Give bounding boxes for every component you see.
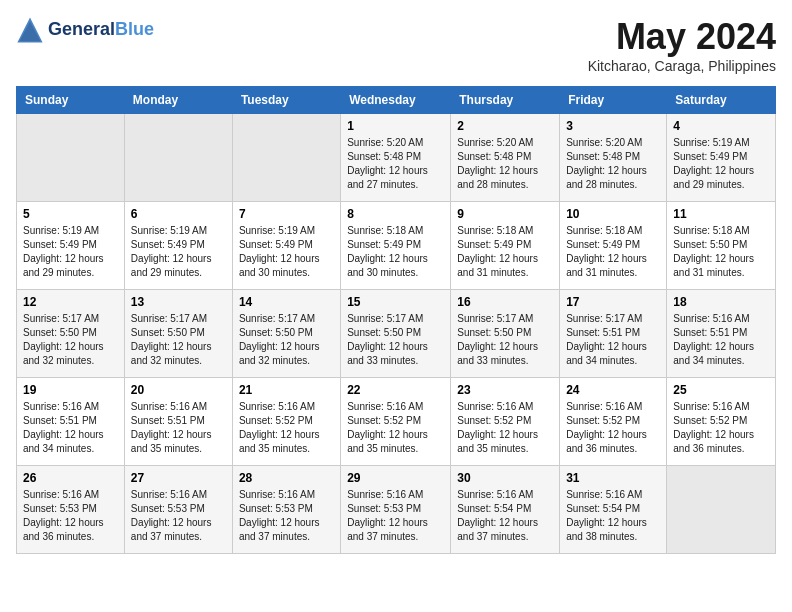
day-number: 7	[239, 207, 334, 221]
calendar-cell: 7Sunrise: 5:19 AM Sunset: 5:49 PM Daylig…	[232, 202, 340, 290]
logo-text-blue: Blue	[115, 20, 154, 40]
calendar-cell: 17Sunrise: 5:17 AM Sunset: 5:51 PM Dayli…	[560, 290, 667, 378]
day-number: 21	[239, 383, 334, 397]
calendar-cell: 30Sunrise: 5:16 AM Sunset: 5:54 PM Dayli…	[451, 466, 560, 554]
day-number: 5	[23, 207, 118, 221]
calendar-cell: 28Sunrise: 5:16 AM Sunset: 5:53 PM Dayli…	[232, 466, 340, 554]
calendar-cell: 8Sunrise: 5:18 AM Sunset: 5:49 PM Daylig…	[341, 202, 451, 290]
day-info: Sunrise: 5:18 AM Sunset: 5:50 PM Dayligh…	[673, 224, 769, 280]
location-subtitle: Kitcharao, Caraga, Philippines	[588, 58, 776, 74]
day-number: 23	[457, 383, 553, 397]
day-number: 25	[673, 383, 769, 397]
calendar-cell: 2Sunrise: 5:20 AM Sunset: 5:48 PM Daylig…	[451, 114, 560, 202]
day-number: 18	[673, 295, 769, 309]
weekday-header-row: SundayMondayTuesdayWednesdayThursdayFrid…	[17, 87, 776, 114]
logo-icon	[16, 16, 44, 44]
calendar-cell: 12Sunrise: 5:17 AM Sunset: 5:50 PM Dayli…	[17, 290, 125, 378]
weekday-header-friday: Friday	[560, 87, 667, 114]
day-number: 6	[131, 207, 226, 221]
day-info: Sunrise: 5:17 AM Sunset: 5:50 PM Dayligh…	[23, 312, 118, 368]
calendar-week-row: 5Sunrise: 5:19 AM Sunset: 5:49 PM Daylig…	[17, 202, 776, 290]
title-block: May 2024 Kitcharao, Caraga, Philippines	[588, 16, 776, 74]
day-info: Sunrise: 5:16 AM Sunset: 5:52 PM Dayligh…	[673, 400, 769, 456]
calendar-cell: 25Sunrise: 5:16 AM Sunset: 5:52 PM Dayli…	[667, 378, 776, 466]
day-number: 30	[457, 471, 553, 485]
calendar-cell: 9Sunrise: 5:18 AM Sunset: 5:49 PM Daylig…	[451, 202, 560, 290]
day-number: 26	[23, 471, 118, 485]
weekday-header-wednesday: Wednesday	[341, 87, 451, 114]
day-info: Sunrise: 5:17 AM Sunset: 5:50 PM Dayligh…	[131, 312, 226, 368]
day-info: Sunrise: 5:18 AM Sunset: 5:49 PM Dayligh…	[457, 224, 553, 280]
day-info: Sunrise: 5:16 AM Sunset: 5:54 PM Dayligh…	[457, 488, 553, 544]
day-info: Sunrise: 5:16 AM Sunset: 5:52 PM Dayligh…	[457, 400, 553, 456]
day-number: 20	[131, 383, 226, 397]
logo: General Blue	[16, 16, 154, 44]
day-number: 2	[457, 119, 553, 133]
day-number: 12	[23, 295, 118, 309]
weekday-header-monday: Monday	[124, 87, 232, 114]
calendar-cell: 27Sunrise: 5:16 AM Sunset: 5:53 PM Dayli…	[124, 466, 232, 554]
day-number: 19	[23, 383, 118, 397]
day-info: Sunrise: 5:16 AM Sunset: 5:51 PM Dayligh…	[23, 400, 118, 456]
day-number: 4	[673, 119, 769, 133]
day-info: Sunrise: 5:16 AM Sunset: 5:53 PM Dayligh…	[23, 488, 118, 544]
day-info: Sunrise: 5:16 AM Sunset: 5:52 PM Dayligh…	[347, 400, 444, 456]
day-info: Sunrise: 5:20 AM Sunset: 5:48 PM Dayligh…	[457, 136, 553, 192]
day-number: 17	[566, 295, 660, 309]
calendar-cell	[124, 114, 232, 202]
day-info: Sunrise: 5:20 AM Sunset: 5:48 PM Dayligh…	[566, 136, 660, 192]
day-info: Sunrise: 5:19 AM Sunset: 5:49 PM Dayligh…	[673, 136, 769, 192]
day-number: 28	[239, 471, 334, 485]
day-number: 14	[239, 295, 334, 309]
calendar-cell: 26Sunrise: 5:16 AM Sunset: 5:53 PM Dayli…	[17, 466, 125, 554]
day-number: 24	[566, 383, 660, 397]
calendar-cell: 19Sunrise: 5:16 AM Sunset: 5:51 PM Dayli…	[17, 378, 125, 466]
calendar-cell: 15Sunrise: 5:17 AM Sunset: 5:50 PM Dayli…	[341, 290, 451, 378]
day-info: Sunrise: 5:16 AM Sunset: 5:53 PM Dayligh…	[347, 488, 444, 544]
calendar-cell: 20Sunrise: 5:16 AM Sunset: 5:51 PM Dayli…	[124, 378, 232, 466]
calendar-cell: 14Sunrise: 5:17 AM Sunset: 5:50 PM Dayli…	[232, 290, 340, 378]
day-number: 3	[566, 119, 660, 133]
page-header: General Blue May 2024 Kitcharao, Caraga,…	[16, 16, 776, 74]
calendar-table: SundayMondayTuesdayWednesdayThursdayFrid…	[16, 86, 776, 554]
calendar-cell	[667, 466, 776, 554]
day-info: Sunrise: 5:16 AM Sunset: 5:54 PM Dayligh…	[566, 488, 660, 544]
svg-marker-1	[20, 22, 41, 42]
day-info: Sunrise: 5:19 AM Sunset: 5:49 PM Dayligh…	[239, 224, 334, 280]
day-info: Sunrise: 5:17 AM Sunset: 5:50 PM Dayligh…	[457, 312, 553, 368]
weekday-header-thursday: Thursday	[451, 87, 560, 114]
day-number: 11	[673, 207, 769, 221]
day-info: Sunrise: 5:20 AM Sunset: 5:48 PM Dayligh…	[347, 136, 444, 192]
calendar-week-row: 12Sunrise: 5:17 AM Sunset: 5:50 PM Dayli…	[17, 290, 776, 378]
calendar-week-row: 1Sunrise: 5:20 AM Sunset: 5:48 PM Daylig…	[17, 114, 776, 202]
day-info: Sunrise: 5:17 AM Sunset: 5:51 PM Dayligh…	[566, 312, 660, 368]
calendar-cell	[17, 114, 125, 202]
day-number: 9	[457, 207, 553, 221]
day-info: Sunrise: 5:16 AM Sunset: 5:51 PM Dayligh…	[131, 400, 226, 456]
calendar-cell: 29Sunrise: 5:16 AM Sunset: 5:53 PM Dayli…	[341, 466, 451, 554]
calendar-cell: 4Sunrise: 5:19 AM Sunset: 5:49 PM Daylig…	[667, 114, 776, 202]
calendar-cell: 13Sunrise: 5:17 AM Sunset: 5:50 PM Dayli…	[124, 290, 232, 378]
day-info: Sunrise: 5:16 AM Sunset: 5:52 PM Dayligh…	[566, 400, 660, 456]
logo-text-general: General	[48, 20, 115, 40]
calendar-cell: 23Sunrise: 5:16 AM Sunset: 5:52 PM Dayli…	[451, 378, 560, 466]
calendar-cell: 21Sunrise: 5:16 AM Sunset: 5:52 PM Dayli…	[232, 378, 340, 466]
calendar-cell: 6Sunrise: 5:19 AM Sunset: 5:49 PM Daylig…	[124, 202, 232, 290]
weekday-header-saturday: Saturday	[667, 87, 776, 114]
day-number: 31	[566, 471, 660, 485]
calendar-cell: 22Sunrise: 5:16 AM Sunset: 5:52 PM Dayli…	[341, 378, 451, 466]
month-title: May 2024	[588, 16, 776, 58]
weekday-header-tuesday: Tuesday	[232, 87, 340, 114]
day-number: 27	[131, 471, 226, 485]
calendar-cell: 1Sunrise: 5:20 AM Sunset: 5:48 PM Daylig…	[341, 114, 451, 202]
day-number: 10	[566, 207, 660, 221]
calendar-week-row: 26Sunrise: 5:16 AM Sunset: 5:53 PM Dayli…	[17, 466, 776, 554]
day-info: Sunrise: 5:16 AM Sunset: 5:53 PM Dayligh…	[239, 488, 334, 544]
calendar-cell: 11Sunrise: 5:18 AM Sunset: 5:50 PM Dayli…	[667, 202, 776, 290]
calendar-cell: 5Sunrise: 5:19 AM Sunset: 5:49 PM Daylig…	[17, 202, 125, 290]
calendar-cell: 18Sunrise: 5:16 AM Sunset: 5:51 PM Dayli…	[667, 290, 776, 378]
day-number: 8	[347, 207, 444, 221]
day-info: Sunrise: 5:18 AM Sunset: 5:49 PM Dayligh…	[347, 224, 444, 280]
calendar-cell: 3Sunrise: 5:20 AM Sunset: 5:48 PM Daylig…	[560, 114, 667, 202]
day-info: Sunrise: 5:17 AM Sunset: 5:50 PM Dayligh…	[347, 312, 444, 368]
